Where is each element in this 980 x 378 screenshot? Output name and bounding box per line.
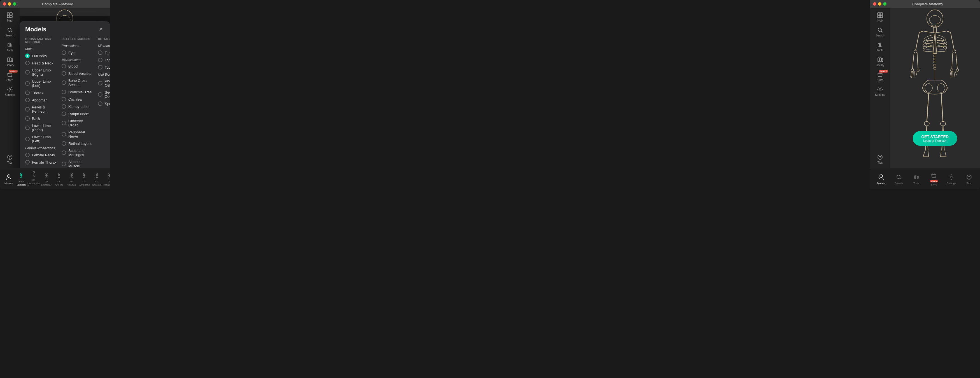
model-item-eye[interactable]: Eye (59, 49, 96, 56)
model-item-photoreceptor[interactable]: Photoreceptor Cells (96, 78, 110, 89)
model-item-female-thorax[interactable]: Female Thorax (23, 159, 59, 166)
model-item-blood[interactable]: Blood (59, 62, 96, 70)
tab-label-nervous-left: Nervous (92, 183, 102, 187)
model-item-bone-cross-section[interactable]: Bone Cross Section (59, 77, 96, 88)
model-radio-cochlea (62, 97, 66, 101)
model-radio-bronchial-tree (62, 90, 66, 94)
svg-point-78 (109, 173, 110, 175)
model-label-thorax: Thorax (32, 91, 43, 95)
model-item-lower-limb-left[interactable]: Lower Limb (Left) (23, 133, 59, 145)
tab-models-left[interactable]: Models (2, 173, 15, 185)
traffic-light-red-left[interactable] (3, 2, 6, 6)
tab-skeletal-left[interactable]: Bone Skeletal (15, 171, 27, 187)
model-item-blood-vessels[interactable]: Blood Vessels (59, 70, 96, 77)
model-radio-tongue (98, 58, 102, 62)
sidebar-label-library: Library (6, 64, 14, 67)
model-item-scalp-meninges[interactable]: Scalp and Meninges (59, 147, 96, 158)
model-item-retinal-layers[interactable]: Retinal Layers (59, 140, 96, 147)
model-item-female-pelvis[interactable]: Female Pelvis (23, 151, 59, 159)
model-item-olfactory-organ[interactable]: Olfactory Organ (59, 117, 96, 129)
sidebar-item-tools[interactable]: Tools (2, 40, 18, 54)
library-icon (6, 56, 13, 63)
section-label-microanatomy-1: Microanatomy (59, 56, 96, 62)
venous-icon-left (68, 171, 76, 179)
tab-label-arterial-left: Arterial (55, 183, 63, 187)
tab-connective-left[interactable]: Off Connective T. (27, 170, 40, 188)
model-label-cochlea: Cochlea (68, 97, 82, 101)
model-item-skeletal-muscle[interactable]: Skeletal Muscle (59, 158, 96, 168)
model-item-abdomen[interactable]: Abdomen (23, 96, 59, 104)
section-label-female: Female Prosections (23, 145, 59, 151)
model-item-head-neck[interactable]: Head & Neck (23, 59, 59, 67)
skeleton-viewport-left: Models ✕ GROSS ANATOMY REGIONAL Male Ful… (20, 8, 110, 168)
lymphatic-icon-left (80, 171, 88, 179)
model-radio-female-pelvis (25, 153, 30, 157)
model-item-sperm[interactable]: Sperm (96, 100, 110, 107)
model-item-full-body[interactable]: Full Body (23, 52, 59, 59)
sidebar-item-hub[interactable]: Hub (2, 10, 18, 24)
models-modal: Models ✕ GROSS ANATOMY REGIONAL Male Ful… (20, 21, 110, 168)
sidebar-item-settings[interactable]: Settings (2, 85, 18, 98)
model-label-back: Back (32, 116, 40, 121)
model-label-full-body: Full Body (32, 54, 47, 58)
tips-icon: ? (6, 154, 13, 161)
model-item-back[interactable]: Back (23, 115, 59, 122)
section-label-cell-biology: Cell Biology (96, 71, 110, 78)
model-item-cochlea[interactable]: Cochlea (59, 96, 96, 103)
app-title-left: Complete Anatomy (8, 2, 107, 6)
model-radio-head-neck (25, 61, 30, 65)
respiratory-icon-left (105, 171, 110, 179)
tab-muscular-left[interactable]: Off Muscular (40, 171, 52, 187)
col-header-gross-anatomy: GROSS ANATOMY REGIONAL (23, 37, 59, 45)
sidebar-item-store[interactable]: %SALE Store (2, 70, 18, 83)
model-radio-lymph-node (62, 112, 66, 116)
sidebar-label-settings: Settings (5, 93, 15, 96)
model-radio-back (25, 116, 30, 121)
tab-arterial-left[interactable]: Off Arterial (52, 171, 65, 187)
model-radio-blood-vessels (62, 71, 66, 76)
model-item-tooth[interactable]: Tooth (96, 64, 110, 71)
tab-label-skeletal-left: Skeletal (16, 183, 25, 187)
tab-respiratory-left[interactable]: Off Respiratory (103, 171, 110, 187)
model-label-tongue: Tongue (105, 58, 110, 62)
sidebar-item-tips[interactable]: ? Tips (2, 152, 18, 166)
model-item-lower-limb-right[interactable]: Lower Limb (Right) (23, 122, 59, 133)
sidebar-item-search[interactable]: Search (2, 25, 18, 39)
model-item-pelvis-perineum[interactable]: Pelvis & Perineum (23, 104, 59, 115)
svg-line-47 (21, 177, 22, 178)
model-item-kidney-lobe[interactable]: Kidney Lobe (59, 103, 96, 110)
modal-close-button[interactable]: ✕ (97, 26, 104, 33)
model-label-tooth: Tooth (105, 65, 110, 70)
model-item-tongue[interactable]: Tongue (96, 56, 110, 64)
model-label-pelvis-perineum: Pelvis & Perineum (32, 105, 57, 113)
svg-rect-3 (10, 15, 12, 18)
section-label-prosections: Prosections (59, 42, 96, 49)
sidebar-item-library[interactable]: Library (2, 55, 18, 69)
model-radio-upper-limb-left (25, 81, 30, 86)
model-label-peripheral-nerve: Peripheral Nerve (68, 130, 94, 139)
model-item-upper-limb-left[interactable]: Upper Limb (Left) (23, 78, 59, 89)
tab-venous-left[interactable]: Off Venous (65, 171, 78, 187)
arterial-icon-left (55, 171, 63, 179)
svg-rect-6 (8, 43, 9, 46)
svg-rect-10 (10, 58, 11, 62)
model-item-bronchial-tree[interactable]: Bronchial Tree (59, 88, 96, 96)
model-label-blood-vessels: Blood Vessels (68, 72, 91, 76)
model-radio-abdomen (25, 98, 30, 102)
tab-lymphatic-left[interactable]: Off Lymphatic (78, 171, 91, 187)
svg-line-67 (72, 177, 73, 178)
model-item-peripheral-nerve[interactable]: Peripheral Nerve (59, 129, 96, 140)
svg-line-82 (110, 177, 110, 178)
modal-header: Models ✕ (20, 21, 110, 37)
model-radio-lower-limb-left (25, 137, 30, 141)
model-item-secondary-oocyte[interactable]: Secondary Oocyte (96, 89, 110, 100)
model-item-lymph-node[interactable]: Lymph Node (59, 110, 96, 117)
model-item-thorax[interactable]: Thorax (23, 89, 59, 96)
model-item-tendon[interactable]: Tendon (96, 49, 110, 56)
model-item-upper-limb-right[interactable]: Upper Limb (Right) (23, 67, 59, 78)
model-label-scalp-meninges: Scalp and Meninges (68, 148, 94, 157)
model-label-sperm: Sperm (105, 102, 110, 106)
svg-rect-0 (7, 13, 10, 15)
svg-line-72 (84, 177, 85, 178)
tab-nervous-left[interactable]: Off Nervous (91, 171, 103, 187)
